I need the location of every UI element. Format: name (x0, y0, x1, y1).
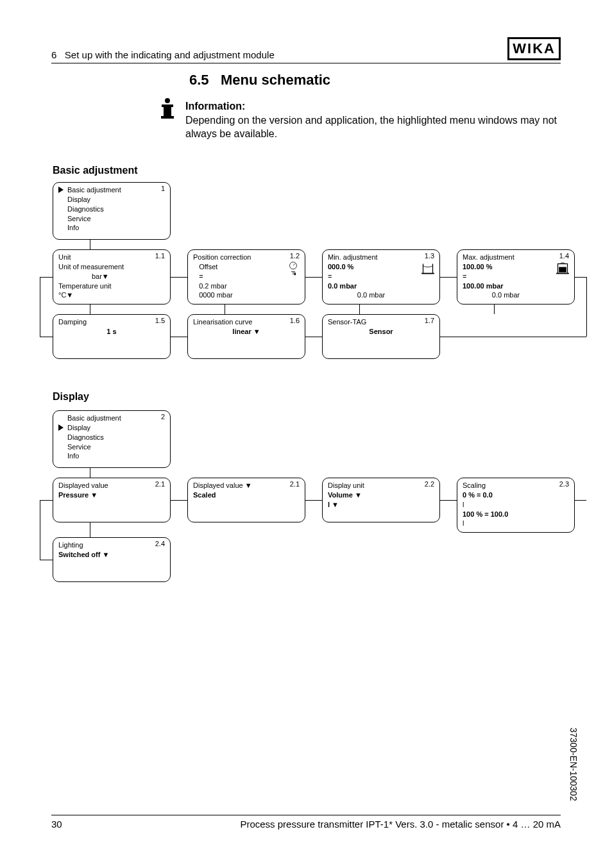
box-1-3: 1.3 Min. adjustment 000.0 % = 0.0 mbar 0… (322, 249, 440, 305)
svg-rect-7 (559, 267, 566, 272)
side-code: 37300-EN-100302 (568, 728, 579, 801)
box-line: Max. adjustment (463, 253, 569, 262)
connector (40, 500, 40, 560)
connector (90, 522, 90, 537)
page-header: 6 Set up with the indicating and adjustm… (51, 37, 561, 63)
display-root-box: 2 Basic adjustment Display Diagnostics S… (53, 410, 171, 468)
box-line: 1 s (58, 327, 165, 337)
box-line: bar▼ (58, 272, 165, 281)
info-icon (164, 98, 171, 141)
connector (90, 468, 90, 478)
info-text: Information: Depending on the version an… (185, 99, 557, 141)
box-number: 1.2 (290, 252, 300, 260)
box-line: Switched off ▼ (58, 550, 165, 560)
box-line: l (463, 500, 569, 510)
section-title: Menu schematic (221, 72, 330, 88)
box-1-4: 1.4 Max. adjustment 100.00 % = 100.00 mb… (457, 249, 575, 305)
menu-item: Info (58, 451, 165, 461)
box-number: 1.6 (290, 317, 300, 324)
dial-icon (287, 262, 300, 276)
box-1-1: 1.1 Unit Unit of measurement bar▼ Temper… (53, 249, 171, 305)
page-number: 30 (51, 819, 62, 830)
display-heading: Display (53, 391, 89, 403)
menu-item: Diagnostics (58, 433, 165, 442)
menu-item: Display (58, 195, 165, 204)
box-line: = (328, 272, 434, 281)
box-line: Displayed value (58, 481, 165, 490)
box-1-2: 1.2 Position correction Offset = 0.2 mba… (187, 249, 305, 305)
box-line: 0000 mbar (193, 290, 300, 300)
box-number: 1.1 (155, 252, 165, 260)
connector (586, 277, 587, 337)
box-line: 000.0 % (328, 262, 434, 272)
box-line: Unit of measurement (58, 262, 165, 272)
connector (575, 500, 586, 501)
svg-line-1 (293, 263, 295, 265)
box-line: Scaled (193, 490, 300, 500)
tank-closed-icon (556, 262, 569, 276)
box-line: = (193, 272, 300, 281)
section-number: 6.5 (189, 72, 209, 88)
menu-item: Basic adjustment (58, 413, 165, 423)
box-number: 1.4 (559, 252, 569, 260)
box-1-6: 1.6 Linearisation curve linear ▼ (187, 314, 305, 359)
box-line: °C▼ (58, 290, 165, 300)
box-2-1b: 2.1 Displayed value ▼ Scaled (187, 478, 305, 522)
box-line: Displayed value ▼ (193, 481, 300, 490)
connector (40, 277, 40, 337)
box-2-4: 2.4 Lighting Switched off ▼ (53, 537, 171, 582)
box-line: Lighting (58, 540, 165, 550)
page-footer: 30 Process pressure transmitter IPT-1* V… (51, 815, 561, 830)
box-2-3: 2.3 Scaling 0 % = 0.0 l 100 % = 100.0 l (457, 478, 575, 533)
connector (440, 500, 457, 501)
connector (40, 337, 53, 337)
chapter-num: 6 (51, 49, 56, 60)
box-line: Sensor-TAG (328, 317, 434, 327)
box-line: l (463, 519, 569, 528)
box-2-2: 2.2 Display unit Volume ▼ l ▼ (322, 478, 440, 522)
connector (440, 337, 586, 337)
box-line: Sensor (328, 327, 434, 337)
box-line: Unit (58, 253, 165, 262)
box-number: 1.7 (425, 317, 434, 324)
box-line: Temperature unit (58, 281, 165, 291)
box-line: Min. adjustment (328, 253, 434, 262)
box-line: linear ▼ (193, 327, 300, 337)
connector (90, 240, 90, 249)
info-block: Information: Depending on the version an… (164, 99, 557, 141)
box-number: 1 (161, 185, 165, 192)
tank-open-icon (421, 262, 434, 276)
box-line: Offset (193, 262, 300, 272)
box-line: = (463, 272, 569, 281)
box-line: l ▼ (328, 500, 434, 510)
connector (359, 305, 360, 314)
box-number: 1.5 (155, 317, 165, 324)
footer-text: Process pressure transmitter IPT-1* Vers… (240, 819, 561, 830)
brand-logo: WIKA (507, 37, 561, 60)
connector (575, 277, 586, 278)
box-line: Linearisation curve (193, 317, 300, 327)
connector (305, 337, 322, 337)
box-line: 100 % = 100.0 (463, 510, 569, 519)
box-line: 100.00 % (463, 262, 569, 272)
connector (40, 500, 53, 501)
box-number: 2.1 (155, 480, 165, 488)
chapter-title: Set up with the indicating and adjustmen… (65, 49, 275, 60)
box-line: 0.0 mbar (463, 290, 569, 300)
box-1-7: 1.7 Sensor-TAG Sensor (322, 314, 440, 359)
box-line: 0 % = 0.0 (463, 490, 569, 500)
menu-item: Service (58, 442, 165, 452)
menu-item: Basic adjustment (58, 185, 165, 195)
box-line: Scaling (463, 481, 569, 490)
connector (90, 305, 90, 314)
connector (305, 277, 322, 278)
box-number: 1.3 (425, 252, 434, 260)
box-line: 0.2 mbar (193, 281, 300, 291)
box-line: 0.0 mbar (328, 281, 434, 291)
box-line: Position correction (193, 253, 300, 262)
menu-item: Display (58, 423, 165, 433)
box-number: 2.2 (425, 480, 434, 488)
menu-item: Diagnostics (58, 204, 165, 214)
connector (171, 277, 187, 278)
basic-heading: Basic adjustment (53, 165, 137, 176)
